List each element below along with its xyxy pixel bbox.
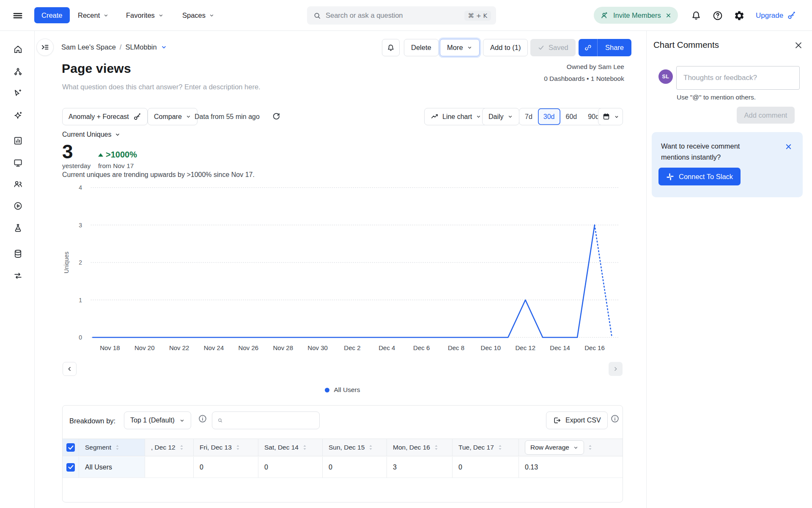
delete-button[interactable]: Delete [404,39,439,56]
saved-label: Saved [549,44,568,52]
more-button[interactable]: More [440,39,480,56]
sidebar-item-cursor-sparkle-icon[interactable] [9,84,27,102]
checkbox-checked[interactable] [66,463,75,472]
link-icon [584,44,592,52]
comment-input[interactable] [676,66,800,90]
sidebar-item-home-icon[interactable] [9,40,27,58]
settings-gear-icon[interactable] [734,10,745,21]
chart-page-right-button[interactable] [609,362,623,376]
copy-link-button[interactable] [579,39,597,56]
share-button[interactable]: Share [579,39,631,56]
add-to-button[interactable]: Add to (1) [483,39,528,56]
sort-icon[interactable] [302,444,307,450]
compare-button[interactable]: Compare [148,108,198,125]
search-input[interactable] [326,11,460,19]
chart-legend[interactable]: All Users [62,386,623,394]
legend-label[interactable]: All Users [334,386,360,394]
column-header-date: Sun, Dec 15 [322,439,387,456]
sort-icon[interactable] [115,444,120,450]
chevron-down-icon [158,13,164,18]
chevron-down-icon[interactable] [161,44,167,50]
alert-bell-button[interactable] [382,39,400,56]
dashboard-notebook-counts: 0 Dashboards • 1 Notebook [544,75,624,83]
hamburger-menu-icon[interactable] [12,10,24,22]
sort-icon[interactable] [433,444,439,450]
row-average-label: Row Average [530,444,569,451]
sidebar-item-bar-chart-icon[interactable] [9,132,27,149]
info-icon[interactable] [198,414,207,423]
y-tick-label: 3 [79,222,82,229]
collapse-sidebar-button[interactable] [36,39,54,56]
chart-type-selector[interactable]: Line chart [424,108,488,125]
invite-members-pill[interactable]: Invite Members [594,7,678,24]
breadcrumb-space[interactable]: Sam Lee's Space [61,43,116,51]
sidebar-item-play-circle-icon[interactable] [9,197,27,215]
upgrade-link[interactable]: Upgrade [756,0,796,31]
sidebar-item-people-icon[interactable] [9,175,27,193]
breakdown-table-row: All Users000300.13 [63,457,623,478]
sort-icon[interactable] [179,444,184,450]
breakdown-search-input[interactable] [227,417,314,424]
x-tick-label: Dec 6 [413,344,430,351]
sidebar-item-sync-arrows-icon[interactable] [9,267,27,284]
close-panel-icon[interactable] [794,41,803,50]
line-chart[interactable]: 01234UniquesNov 18Nov 20Nov 22Nov 24Nov … [56,178,625,366]
key-icon [787,11,796,20]
value-cell: 0.13 [518,457,623,478]
people-icon [13,179,23,189]
row-average-selector[interactable]: Row Average [525,440,584,455]
range-60d[interactable]: 60d [560,108,583,125]
bell-icon [387,44,395,52]
anomaly-forecast-label: Anomaly + Forecast [69,113,129,121]
add-comment-button[interactable]: Add comment [737,107,795,124]
sidebar-item-monitor-icon[interactable] [9,154,27,171]
refresh-icon[interactable] [272,112,281,121]
anomaly-forecast-button[interactable]: Anomaly + Forecast [62,108,148,125]
breadcrumb-item-current[interactable]: SLMobbin [125,43,156,51]
sidebar-item-flask-icon[interactable] [9,219,27,237]
x-tick-label: Dec 14 [550,344,570,351]
metric-selector-label: Current Uniques [62,131,112,138]
create-button[interactable]: Create [34,7,70,23]
export-csv-button[interactable]: Export CSV [546,411,608,429]
sidebar-item-nodes-icon[interactable] [9,63,27,80]
more-label: More [447,44,463,52]
menu-recent[interactable]: Recent [78,0,109,31]
sidebar-item-database-icon[interactable] [9,245,27,262]
custom-date-range-button[interactable] [598,108,623,125]
slack-banner: Want to receive comment mentions instant… [652,132,803,197]
sort-icon[interactable] [235,444,241,450]
banner-close-icon[interactable] [785,143,793,151]
range-7d[interactable]: 7d [519,108,538,125]
column-header-segment: Segment [79,439,145,456]
chevron-down-icon [573,445,579,450]
chart-description-placeholder[interactable]: What question does this chart answer? En… [62,83,261,91]
metric-selector[interactable]: Current Uniques [62,131,121,138]
info-icon[interactable] [610,414,620,423]
checkbox-checked[interactable] [66,443,75,452]
connect-to-slack-button[interactable]: Connect To Slack [658,168,741,185]
trend-up-icon [98,153,103,157]
column-header-label: , Dec 12 [151,444,176,451]
notifications-bell-icon[interactable] [691,10,702,21]
sort-icon[interactable] [368,444,373,450]
chart-page-left-button[interactable] [63,362,77,376]
range-30d-selected[interactable]: 30d [538,108,560,125]
menu-spaces[interactable]: Spaces [182,0,214,31]
sidebar-item-ai-sparkle-icon[interactable] [9,107,27,124]
sort-icon[interactable] [497,444,503,450]
granularity-selector[interactable]: Daily [482,108,519,125]
x-tick-label: Dec 8 [448,344,464,351]
metric-value-caption: yesterday [62,162,91,170]
metric-change-value: >1000% [106,150,137,160]
slack-icon [666,173,674,181]
help-icon[interactable] [712,10,723,21]
select-all-cell [63,439,79,456]
menu-favorites[interactable]: Favorites [126,0,164,31]
sort-icon[interactable] [587,444,593,450]
breakdown-selector[interactable]: Top 1 (Default) [124,411,191,429]
y-tick-label: 2 [79,259,82,266]
chevron-down-icon [476,114,481,119]
close-icon[interactable] [665,12,672,19]
data-freshness-text: Data from 55 min ago [195,108,260,125]
